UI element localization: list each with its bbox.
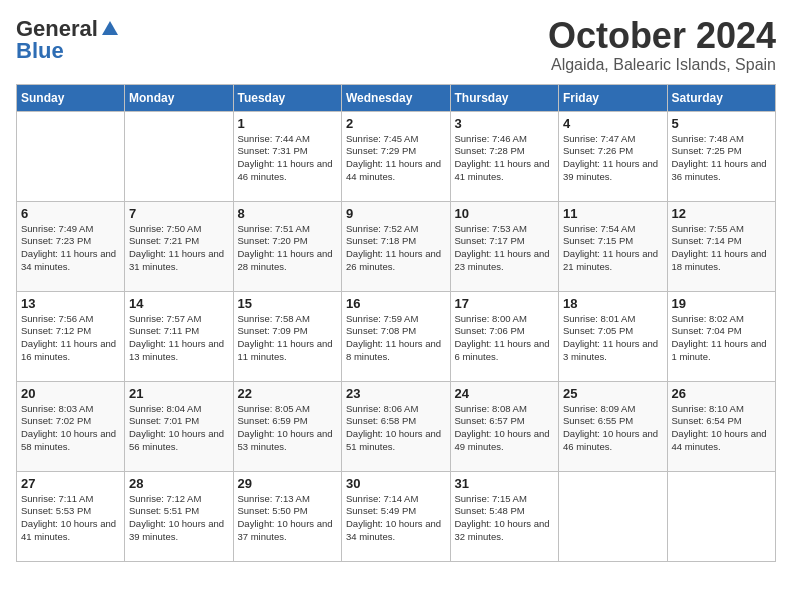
day-number: 19 (672, 296, 772, 311)
logo: General Blue (16, 16, 120, 64)
calendar-cell (559, 471, 668, 561)
calendar-cell: 26Sunrise: 8:10 AMSunset: 6:54 PMDayligh… (667, 381, 776, 471)
day-number: 25 (563, 386, 663, 401)
day-number: 12 (672, 206, 772, 221)
calendar-cell: 24Sunrise: 8:08 AMSunset: 6:57 PMDayligh… (450, 381, 559, 471)
cell-info: Sunrise: 7:51 AMSunset: 7:20 PMDaylight:… (238, 223, 338, 274)
calendar-week-4: 20Sunrise: 8:03 AMSunset: 7:02 PMDayligh… (17, 381, 776, 471)
calendar-cell: 14Sunrise: 7:57 AMSunset: 7:11 PMDayligh… (125, 291, 234, 381)
day-number: 6 (21, 206, 120, 221)
day-header-friday: Friday (559, 84, 668, 111)
calendar-week-1: 1Sunrise: 7:44 AMSunset: 7:31 PMDaylight… (17, 111, 776, 201)
calendar-header-row: SundayMondayTuesdayWednesdayThursdayFrid… (17, 84, 776, 111)
day-header-saturday: Saturday (667, 84, 776, 111)
cell-info: Sunrise: 7:52 AMSunset: 7:18 PMDaylight:… (346, 223, 446, 274)
calendar-cell: 31Sunrise: 7:15 AMSunset: 5:48 PMDayligh… (450, 471, 559, 561)
cell-info: Sunrise: 8:00 AMSunset: 7:06 PMDaylight:… (455, 313, 555, 364)
cell-info: Sunrise: 8:06 AMSunset: 6:58 PMDaylight:… (346, 403, 446, 454)
day-header-tuesday: Tuesday (233, 84, 342, 111)
cell-info: Sunrise: 7:13 AMSunset: 5:50 PMDaylight:… (238, 493, 338, 544)
calendar-cell: 4Sunrise: 7:47 AMSunset: 7:26 PMDaylight… (559, 111, 668, 201)
month-title: October 2024 (548, 16, 776, 56)
cell-info: Sunrise: 8:03 AMSunset: 7:02 PMDaylight:… (21, 403, 120, 454)
day-number: 24 (455, 386, 555, 401)
cell-info: Sunrise: 7:47 AMSunset: 7:26 PMDaylight:… (563, 133, 663, 184)
cell-info: Sunrise: 7:53 AMSunset: 7:17 PMDaylight:… (455, 223, 555, 274)
day-number: 31 (455, 476, 555, 491)
cell-info: Sunrise: 7:15 AMSunset: 5:48 PMDaylight:… (455, 493, 555, 544)
calendar-cell (17, 111, 125, 201)
calendar-cell: 3Sunrise: 7:46 AMSunset: 7:28 PMDaylight… (450, 111, 559, 201)
day-number: 16 (346, 296, 446, 311)
calendar-cell: 11Sunrise: 7:54 AMSunset: 7:15 PMDayligh… (559, 201, 668, 291)
calendar-cell: 2Sunrise: 7:45 AMSunset: 7:29 PMDaylight… (342, 111, 451, 201)
cell-info: Sunrise: 7:49 AMSunset: 7:23 PMDaylight:… (21, 223, 120, 274)
page-header: General Blue October 2024 Algaida, Balea… (16, 16, 776, 74)
calendar-cell: 25Sunrise: 8:09 AMSunset: 6:55 PMDayligh… (559, 381, 668, 471)
cell-info: Sunrise: 7:11 AMSunset: 5:53 PMDaylight:… (21, 493, 120, 544)
day-number: 11 (563, 206, 663, 221)
cell-info: Sunrise: 7:59 AMSunset: 7:08 PMDaylight:… (346, 313, 446, 364)
calendar-cell: 1Sunrise: 7:44 AMSunset: 7:31 PMDaylight… (233, 111, 342, 201)
day-number: 7 (129, 206, 229, 221)
day-number: 5 (672, 116, 772, 131)
day-header-thursday: Thursday (450, 84, 559, 111)
calendar-cell: 22Sunrise: 8:05 AMSunset: 6:59 PMDayligh… (233, 381, 342, 471)
calendar-cell: 15Sunrise: 7:58 AMSunset: 7:09 PMDayligh… (233, 291, 342, 381)
day-number: 9 (346, 206, 446, 221)
calendar-cell: 13Sunrise: 7:56 AMSunset: 7:12 PMDayligh… (17, 291, 125, 381)
day-number: 2 (346, 116, 446, 131)
calendar-cell: 8Sunrise: 7:51 AMSunset: 7:20 PMDaylight… (233, 201, 342, 291)
cell-info: Sunrise: 8:05 AMSunset: 6:59 PMDaylight:… (238, 403, 338, 454)
day-number: 13 (21, 296, 120, 311)
day-number: 15 (238, 296, 338, 311)
calendar-cell: 19Sunrise: 8:02 AMSunset: 7:04 PMDayligh… (667, 291, 776, 381)
day-number: 4 (563, 116, 663, 131)
day-header-wednesday: Wednesday (342, 84, 451, 111)
cell-info: Sunrise: 7:58 AMSunset: 7:09 PMDaylight:… (238, 313, 338, 364)
logo-blue-text: Blue (16, 38, 64, 64)
day-number: 20 (21, 386, 120, 401)
calendar-cell: 23Sunrise: 8:06 AMSunset: 6:58 PMDayligh… (342, 381, 451, 471)
cell-info: Sunrise: 7:48 AMSunset: 7:25 PMDaylight:… (672, 133, 772, 184)
day-number: 8 (238, 206, 338, 221)
day-number: 22 (238, 386, 338, 401)
day-number: 18 (563, 296, 663, 311)
calendar-cell: 7Sunrise: 7:50 AMSunset: 7:21 PMDaylight… (125, 201, 234, 291)
day-number: 14 (129, 296, 229, 311)
cell-info: Sunrise: 7:14 AMSunset: 5:49 PMDaylight:… (346, 493, 446, 544)
day-header-sunday: Sunday (17, 84, 125, 111)
calendar-cell: 27Sunrise: 7:11 AMSunset: 5:53 PMDayligh… (17, 471, 125, 561)
day-number: 23 (346, 386, 446, 401)
day-number: 30 (346, 476, 446, 491)
cell-info: Sunrise: 8:01 AMSunset: 7:05 PMDaylight:… (563, 313, 663, 364)
cell-info: Sunrise: 7:54 AMSunset: 7:15 PMDaylight:… (563, 223, 663, 274)
day-number: 26 (672, 386, 772, 401)
svg-marker-0 (102, 21, 118, 35)
calendar-cell: 30Sunrise: 7:14 AMSunset: 5:49 PMDayligh… (342, 471, 451, 561)
day-number: 29 (238, 476, 338, 491)
cell-info: Sunrise: 8:04 AMSunset: 7:01 PMDaylight:… (129, 403, 229, 454)
cell-info: Sunrise: 7:44 AMSunset: 7:31 PMDaylight:… (238, 133, 338, 184)
cell-info: Sunrise: 8:10 AMSunset: 6:54 PMDaylight:… (672, 403, 772, 454)
day-number: 21 (129, 386, 229, 401)
logo-icon (100, 19, 120, 39)
day-number: 27 (21, 476, 120, 491)
cell-info: Sunrise: 8:09 AMSunset: 6:55 PMDaylight:… (563, 403, 663, 454)
calendar-week-2: 6Sunrise: 7:49 AMSunset: 7:23 PMDaylight… (17, 201, 776, 291)
calendar-cell: 10Sunrise: 7:53 AMSunset: 7:17 PMDayligh… (450, 201, 559, 291)
cell-info: Sunrise: 7:57 AMSunset: 7:11 PMDaylight:… (129, 313, 229, 364)
day-header-monday: Monday (125, 84, 234, 111)
calendar-cell: 20Sunrise: 8:03 AMSunset: 7:02 PMDayligh… (17, 381, 125, 471)
cell-info: Sunrise: 7:56 AMSunset: 7:12 PMDaylight:… (21, 313, 120, 364)
calendar-cell: 5Sunrise: 7:48 AMSunset: 7:25 PMDaylight… (667, 111, 776, 201)
cell-info: Sunrise: 8:08 AMSunset: 6:57 PMDaylight:… (455, 403, 555, 454)
day-number: 17 (455, 296, 555, 311)
day-number: 10 (455, 206, 555, 221)
location-title: Algaida, Balearic Islands, Spain (548, 56, 776, 74)
cell-info: Sunrise: 7:50 AMSunset: 7:21 PMDaylight:… (129, 223, 229, 274)
calendar-week-3: 13Sunrise: 7:56 AMSunset: 7:12 PMDayligh… (17, 291, 776, 381)
day-number: 1 (238, 116, 338, 131)
cell-info: Sunrise: 7:12 AMSunset: 5:51 PMDaylight:… (129, 493, 229, 544)
cell-info: Sunrise: 8:02 AMSunset: 7:04 PMDaylight:… (672, 313, 772, 364)
